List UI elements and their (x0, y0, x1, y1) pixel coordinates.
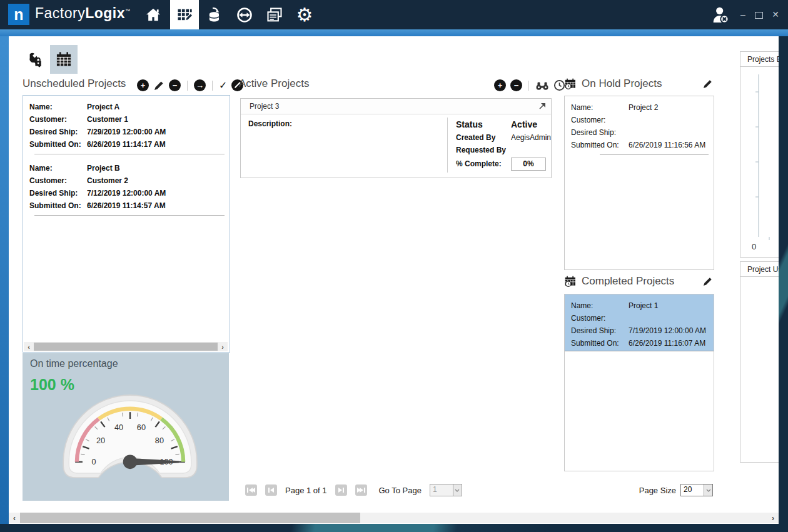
brand-factory: Factory (35, 5, 85, 21)
expand-icon[interactable] (538, 103, 546, 110)
project-name: Project 1 (629, 299, 658, 312)
project-desired-ship: 7/29/2019 12:00:00 AM (87, 126, 166, 138)
chevron-down-icon[interactable] (453, 484, 462, 496)
schedule-arrow-circle-icon[interactable]: → (194, 79, 206, 91)
page-indicator: Page 1 of 1 (285, 486, 327, 495)
scroll-left-icon[interactable]: ‹ (9, 514, 20, 523)
field-label: Customer: (29, 113, 87, 126)
goto-page-combo[interactable]: 1 (430, 484, 462, 496)
status-value: Active (511, 119, 537, 129)
remove-circle-icon[interactable]: − (169, 79, 181, 91)
nav-transfer-button[interactable] (230, 0, 259, 29)
nav-reports-button[interactable] (260, 0, 289, 29)
field-label: Name: (29, 101, 87, 113)
user-logout-button[interactable] (710, 5, 730, 25)
item-divider (600, 154, 709, 155)
scroll-right-icon[interactable]: › (218, 343, 228, 351)
field-label: Customer: (571, 312, 629, 324)
project-submitted-on: 6/26/2019 11:16:07 AM (629, 337, 705, 349)
project-desired-ship: 7/12/2019 12:00:00 AM (87, 187, 166, 199)
close-button[interactable]: ✕ (769, 9, 782, 19)
field-label: Submitted On: (571, 139, 629, 151)
gauge-hub (123, 455, 138, 469)
find-binoculars-icon[interactable] (535, 80, 549, 91)
active-project-card[interactable]: Project 3 Description: Status Active Cre… (240, 98, 552, 178)
item-divider (34, 215, 225, 216)
page-size-combo[interactable]: 20 (680, 484, 713, 496)
on-time-panel: On time percentage 100 % 020406080100 (23, 353, 229, 501)
list-item[interactable]: Name:Project 2 Customer: Desired Ship: S… (565, 96, 714, 155)
completed-title: Completed Projects (582, 275, 674, 288)
page-size-label: Page Size (639, 486, 676, 495)
field-label: Desired Ship: (571, 324, 629, 337)
gauge-tick-label: 60 (137, 423, 146, 432)
tab-schedule[interactable] (50, 45, 78, 74)
main-content: Unscheduled Projects + − → ✓ Name:Projec… (9, 36, 779, 524)
on-hold-title: On Hold Projects (582, 78, 662, 90)
gauge-tick-label: 0 (92, 458, 96, 466)
scroll-right-icon[interactable]: › (767, 514, 779, 523)
field-label: Submitted On: (29, 138, 87, 151)
field-label: Name: (571, 299, 629, 312)
created-by-value: AegisAdmin (511, 133, 551, 142)
field-label: Submitted On: (571, 337, 629, 349)
unscheduled-toolbar: + − → ✓ (137, 79, 243, 91)
nav-materials-button[interactable] (200, 0, 229, 29)
scroll-left-icon[interactable]: ‹ (24, 343, 34, 351)
page-size-control: Page Size 20 (609, 484, 713, 496)
unscheduled-title: Unscheduled Projects (23, 78, 126, 90)
previous-page-button[interactable] (265, 484, 277, 496)
right-frame (779, 36, 788, 532)
brand-trademark: ™ (125, 8, 131, 14)
project-desired-ship: 7/19/2019 12:00:00 AM (629, 324, 706, 337)
percent-complete-value: 0% (523, 159, 533, 168)
calendar-clock-icon (564, 78, 577, 90)
nav-planning-button[interactable] (170, 0, 199, 29)
chevron-down-icon[interactable] (704, 484, 712, 496)
brand-text: FactoryLogix™ (35, 5, 131, 22)
remove-circle-icon[interactable]: − (510, 79, 522, 91)
toolbar-divider (212, 81, 213, 91)
nav-home-button[interactable] (139, 0, 168, 29)
last-page-button[interactable] (355, 484, 367, 496)
list-horizontal-scrollbar[interactable]: ‹ › (24, 342, 228, 351)
axis-origin-label: 0 (752, 242, 756, 251)
active-projects-toolbar: + − (494, 79, 565, 91)
content-horizontal-scrollbar[interactable]: ‹ › (9, 513, 779, 523)
add-circle-icon[interactable]: + (137, 79, 149, 91)
on-time-title: On time percentage (30, 358, 118, 369)
calendar-clock-icon (564, 275, 577, 288)
accent-band (0, 29, 788, 36)
project-submitted-on: 6/26/2019 11:14:17 AM (87, 138, 166, 151)
card-header: Project 3 (241, 99, 551, 114)
scrollbar-thumb[interactable] (20, 513, 360, 523)
percent-complete-box: 0% (511, 158, 546, 171)
minimize-button[interactable]: – (737, 9, 749, 19)
first-page-button[interactable] (245, 484, 257, 496)
list-item[interactable]: Name:Project B Customer:Customer 2 Desir… (23, 159, 230, 216)
list-item-selected[interactable]: Name:Project 1 Customer: Desired Ship:7/… (565, 294, 714, 351)
item-divider (34, 154, 225, 154)
add-circle-icon[interactable]: + (494, 79, 506, 91)
field-label: Customer: (29, 174, 87, 187)
maximize-button[interactable] (755, 12, 763, 19)
project-customer: Customer 2 (87, 174, 128, 187)
list-item[interactable]: Name:Project A Customer:Customer 1 Desir… (23, 96, 230, 154)
gauge-tick-label: 80 (155, 436, 164, 445)
app-logo: n (8, 4, 29, 25)
accept-check-icon[interactable]: ✓ (219, 79, 227, 91)
home-icon (144, 6, 162, 24)
projects-by-chart: 0 (740, 67, 779, 254)
next-page-button[interactable] (335, 484, 347, 496)
edit-pencil-icon[interactable] (702, 276, 713, 287)
edit-pencil-icon[interactable] (153, 80, 164, 91)
scrollbar-thumb[interactable] (34, 343, 218, 351)
page-size-value: 20 (681, 484, 704, 496)
card-title: Project 3 (250, 102, 279, 111)
project-name: Project A (87, 101, 119, 113)
field-label: Name: (29, 162, 87, 174)
settings-gear-icon: ⚙ (296, 6, 313, 24)
nav-settings-button[interactable]: ⚙ (290, 0, 319, 29)
edit-pencil-icon[interactable] (702, 79, 713, 89)
tab-setup[interactable] (20, 46, 51, 74)
